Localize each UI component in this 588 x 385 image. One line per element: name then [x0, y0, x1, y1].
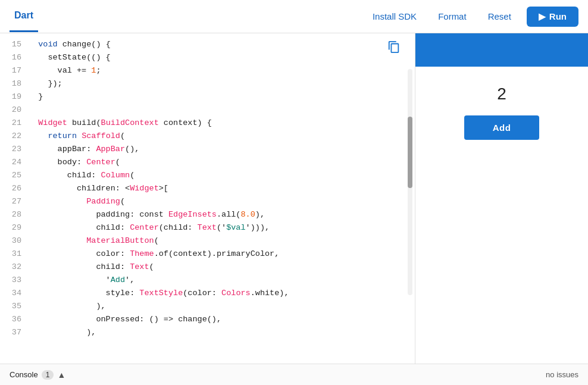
code-line: }	[29, 90, 391, 104]
tab-dart[interactable]: Dart	[10, 1, 38, 32]
code-line: Padding(	[29, 195, 391, 208]
code-line	[29, 104, 391, 117]
code-line: style: TextStyle(color: Colors.white),	[29, 287, 391, 300]
format-button[interactable]: Format	[430, 8, 475, 25]
code-line: onPressed: () => change(),	[29, 313, 391, 326]
code-line: Widget build(BuildContext context) {	[29, 117, 391, 130]
scrollbar-thumb[interactable]	[408, 117, 412, 188]
editor-pane: 1516171819202122232425262728293031323334…	[0, 33, 415, 364]
code-line: color: Theme.of(context).primaryColor,	[29, 248, 391, 261]
scrollbar[interactable]	[408, 69, 412, 295]
code-line: });	[29, 77, 391, 90]
code-line: MaterialButton(	[29, 234, 391, 248]
code-line: children: <Widget>[	[29, 182, 391, 195]
code-line: ),	[29, 300, 391, 313]
issues-text: no issues	[546, 370, 578, 379]
console-badge: 1	[42, 370, 54, 380]
copy-icon[interactable]	[387, 40, 401, 57]
code-line: body: Center(	[29, 156, 391, 169]
run-button[interactable]: ▶ Run	[527, 7, 578, 27]
header: Dart Install SDK Format Reset ▶ Run	[0, 0, 588, 33]
code-line: return Scaffold(	[29, 130, 391, 143]
code-line: appBar: AppBar(),	[29, 143, 391, 156]
code-line: ),	[29, 326, 391, 339]
preview-content: 2 Add	[415, 67, 588, 140]
preview-top-bar	[415, 33, 588, 67]
preview-add-button[interactable]: Add	[464, 115, 540, 140]
console-text: Console	[10, 370, 38, 379]
code-content[interactable]: void change() { setState(() { val += 1; …	[29, 38, 415, 359]
code-line: val += 1;	[29, 64, 391, 77]
line-numbers: 1516171819202122232425262728293031323334…	[0, 38, 29, 359]
code-line: child: Center(child: Text('$val'))),	[29, 221, 391, 234]
code-line: child: Text(	[29, 261, 391, 274]
install-sdk-button[interactable]: Install SDK	[364, 8, 425, 25]
code-line: child: Column(	[29, 169, 391, 182]
code-line: void change() {	[29, 38, 391, 51]
code-line: 'Add',	[29, 274, 391, 287]
preview-pane: 2 Add	[415, 33, 588, 364]
counter-value: 2	[497, 84, 506, 104]
main-content: 1516171819202122232425262728293031323334…	[0, 33, 588, 364]
code-line: padding: const EdgeInsets.all(8.0),	[29, 208, 391, 221]
code-area[interactable]: 1516171819202122232425262728293031323334…	[0, 33, 415, 364]
console-label: Console 1 ▲	[10, 370, 65, 380]
console-chevron-icon[interactable]: ▲	[57, 370, 65, 380]
console-bar: Console 1 ▲ no issues	[0, 364, 588, 385]
reset-button[interactable]: Reset	[480, 8, 520, 25]
play-icon: ▶	[539, 11, 546, 22]
code-line: setState(() {	[29, 51, 391, 64]
